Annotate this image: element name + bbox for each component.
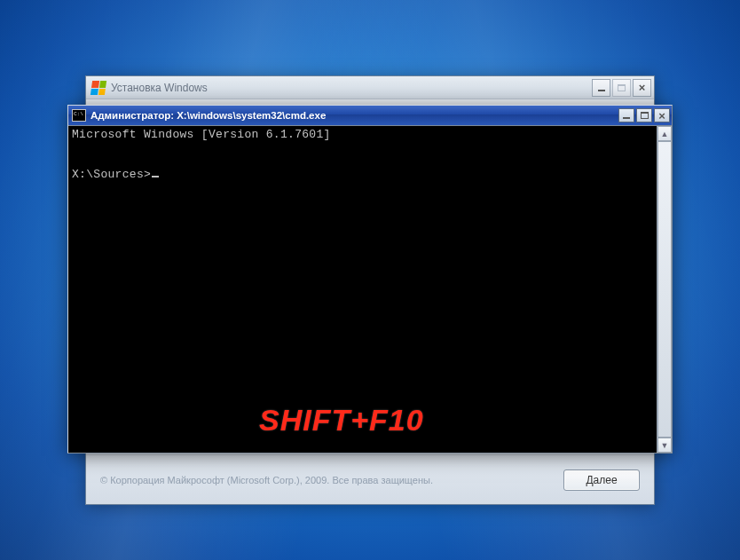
cmd-window: Администратор: X:\windows\system32\cmd.e… — [67, 105, 673, 454]
minimize-button[interactable] — [592, 79, 610, 97]
minimize-button[interactable] — [618, 108, 634, 122]
scrollbar-track[interactable] — [657, 141, 672, 438]
shortcut-annotation: SHIFT+F10 — [259, 403, 424, 438]
installer-titlebar[interactable]: Установка Windows × — [86, 76, 654, 99]
vertical-scrollbar[interactable]: ▲ ▼ — [657, 126, 672, 453]
windows-flag-icon — [91, 81, 106, 95]
cmd-window-controls: × — [618, 108, 670, 122]
installer-footer: © Корпорация Майкрософт (Microsoft Corp.… — [86, 454, 654, 504]
cmd-titlebar[interactable]: Администратор: X:\windows\system32\cmd.e… — [68, 106, 672, 125]
cmd-window-title: Администратор: X:\windows\system32\cmd.e… — [91, 110, 614, 121]
cmd-prompt: X:\Sources> — [72, 168, 151, 181]
cmd-cursor — [152, 176, 159, 177]
cmd-version-line: Microsoft Windows [Version 6.1.7601] — [72, 128, 331, 141]
scroll-down-button[interactable]: ▼ — [657, 438, 672, 453]
scroll-up-button[interactable]: ▲ — [657, 126, 672, 141]
copyright-text: © Корпорация Майкрософт (Microsoft Corp.… — [100, 475, 553, 485]
maximize-button — [612, 79, 631, 97]
installer-window-controls: × — [592, 79, 651, 97]
close-button[interactable]: × — [654, 108, 670, 122]
close-button[interactable]: × — [633, 79, 651, 97]
next-button[interactable]: Далее — [563, 469, 640, 491]
cmd-icon — [72, 109, 86, 122]
installer-window-title: Установка Windows — [111, 82, 586, 94]
scrollbar-thumb[interactable] — [657, 141, 672, 438]
next-button-label: Далее — [586, 474, 617, 486]
maximize-button[interactable] — [636, 108, 652, 122]
